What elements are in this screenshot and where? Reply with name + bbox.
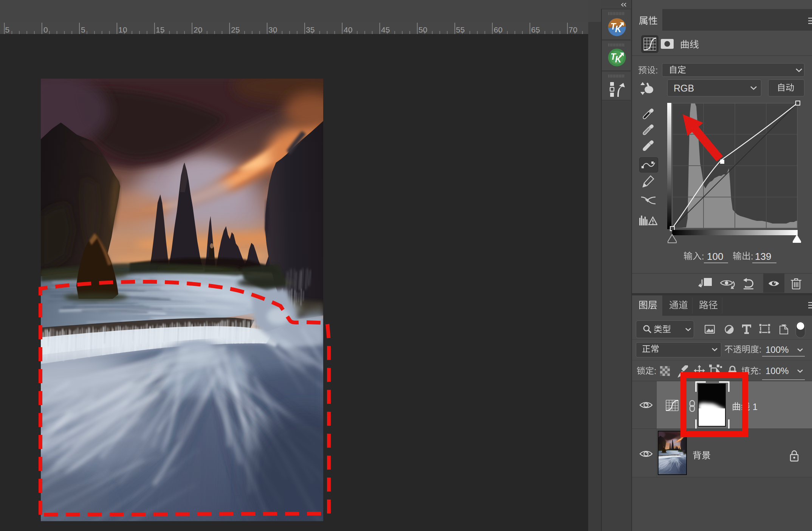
svg-text::: : (702, 252, 704, 261)
svg-text::: : (751, 252, 753, 261)
svg-text:1: 1 (753, 402, 758, 412)
svg-text::: : (759, 366, 761, 376)
svg-text::: : (654, 366, 656, 376)
svg-text::: : (655, 66, 658, 75)
svg-text::: : (759, 345, 761, 354)
